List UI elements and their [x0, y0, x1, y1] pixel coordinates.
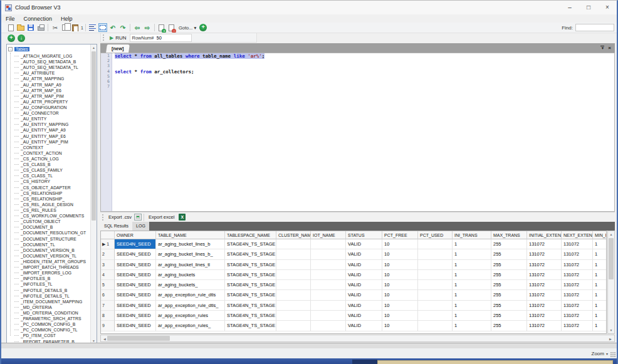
code-line[interactable]	[115, 58, 614, 63]
tree-item[interactable]: _PD_ITEM_COST	[7, 333, 97, 338]
scrollbar-thumb[interactable]	[609, 238, 614, 279]
row-header[interactable]: 3	[101, 260, 115, 270]
row-header[interactable]: 7	[101, 301, 115, 311]
table-row[interactable]: 5SEED4N_SEEDar_aging_buckets_STAGE4N_TS_…	[101, 280, 606, 290]
tree-item[interactable]: _AU_ENTITY_MAP_A9	[7, 127, 97, 133]
remove-page-icon[interactable]	[167, 23, 176, 32]
code-line[interactable]: select * from all_tables where table_nam…	[115, 53, 614, 58]
export-excel-button[interactable]: Export excel	[146, 214, 177, 220]
tree-item[interactable]: _CS_RELATIONSHIP_	[7, 196, 97, 202]
close-button[interactable]: ×	[598, 1, 617, 14]
rownum-input[interactable]	[157, 34, 189, 41]
tree-item[interactable]: _HIDDEN_ITEM_ATTR_GROUPS	[7, 259, 97, 264]
menu-file[interactable]: File	[1, 16, 19, 22]
csv-file-icon[interactable]	[134, 214, 142, 221]
tree-item[interactable]: _AU_CONFIGURATION	[7, 105, 97, 110]
tree-item[interactable]: _ITEM_DOCUMENT_MAPPING	[7, 299, 97, 304]
table-row[interactable]: 3SEED4N_SEEDar_aging_bucket_lines_tlSTAG…	[101, 260, 606, 270]
tree-item[interactable]: _ATTACH_MIGRATE_LOG	[7, 53, 97, 59]
tree-item[interactable]: _CS_RELATIONSHIP	[7, 190, 97, 196]
grid-column-header[interactable]: PCT_USED	[418, 231, 453, 239]
tree-item[interactable]: _AUTO_SEQ_METADATA_B	[7, 59, 97, 65]
cut-icon[interactable]: ✂	[51, 23, 60, 32]
tree-item[interactable]: _AU_ATTRIBUTE	[7, 70, 97, 76]
grid-column-header[interactable]: NEXT_EXTENT	[562, 231, 593, 239]
scroll-up-icon[interactable]: ▲	[608, 232, 614, 236]
tree-item[interactable]: _CS_HISTORY	[7, 179, 97, 184]
tree-item[interactable]: _DOCUMENT_VERSION_B	[7, 247, 97, 253]
tree-item[interactable]: _INFOTILES_TL	[7, 281, 97, 287]
tree-item[interactable]: _INFOTILE_DETAILS_TL	[7, 293, 97, 299]
grid-column-header[interactable]: INI_TRANS	[453, 231, 491, 239]
tree-item[interactable]: _CS_CLASS_B	[7, 162, 97, 167]
selection-mode-icon[interactable]	[98, 23, 107, 32]
scroll-left-icon[interactable]: ◀	[102, 337, 107, 341]
tree-item[interactable]: _CUSTOM_OBJECT	[7, 219, 97, 224]
grid-column-header[interactable]: PCT_FREE	[382, 231, 418, 239]
tree-item[interactable]: _DOCUMENT_B	[7, 224, 97, 230]
tree-item[interactable]: _AU_ATTR_MAPPING	[7, 76, 97, 81]
open-folder-icon[interactable]	[16, 23, 25, 32]
grid-vertical-scrollbar[interactable]: ▲ ▼	[607, 231, 615, 334]
export-csv-button[interactable]: Export .csv	[106, 214, 134, 220]
grid-column-header[interactable]: MAX_TRANS	[491, 231, 527, 239]
grid-column-header[interactable]: OWNER	[115, 231, 156, 239]
editor-close-icon[interactable]: ×	[608, 45, 611, 51]
minimize-button[interactable]: –	[560, 1, 579, 14]
tree-item[interactable]: _AU_ATTR_PROPERTY	[7, 99, 97, 105]
grid-column-header[interactable]: TABLE_NAME	[156, 231, 225, 239]
table-row[interactable]: ▶ 1SEED4N_SEEDar_aging_bucket_lines_bSTA…	[101, 239, 606, 249]
scrollbar-thumb[interactable]	[92, 51, 96, 221]
grid-column-header[interactable]: INITIAL_EXTENT	[527, 231, 562, 239]
row-header[interactable]: 6	[101, 290, 115, 300]
scrollbar-thumb[interactable]	[107, 336, 170, 341]
tree-item[interactable]: _DOCUMENT_TL	[7, 242, 97, 247]
tree-item[interactable]: _INFOTILES_B	[7, 276, 97, 281]
print-icon[interactable]	[36, 23, 45, 32]
grid-column-header[interactable]: IOT_NAME	[311, 231, 346, 239]
sql-code-area[interactable]: select * from all_tables where table_nam…	[112, 53, 614, 211]
navigate-back-icon[interactable]: ⇦	[133, 23, 142, 32]
tree-item[interactable]: _DOCUMENT_RESOLUTION_GT	[7, 230, 97, 236]
grid-column-header[interactable]: MIN_EXTENTS	[593, 231, 607, 239]
table-row[interactable]: 7SEED4N_SEEDar_app_exception_rule_dtls_S…	[101, 301, 606, 311]
tree-item[interactable]: _CS_WORKFLOW_COMMENTS	[7, 213, 97, 219]
scroll-right-icon[interactable]: ▶	[608, 337, 613, 341]
tree-item[interactable]: _PC_COMMON_CONFIG_B	[7, 321, 97, 327]
format-sql-icon[interactable]	[88, 23, 97, 32]
paste-icon[interactable]	[71, 23, 80, 32]
tree-item[interactable]: _PARAMETRIC_SRCH_ATTRS	[7, 316, 97, 321]
tree-root-tables[interactable]: - Tables	[8, 46, 97, 53]
tree-item[interactable]: _CS_CLASS_TL	[7, 173, 97, 179]
tree-item[interactable]: _MD_CRITERIA	[7, 304, 97, 310]
scroll-down-icon[interactable]: ▼	[608, 328, 614, 332]
tree-item[interactable]: _AU_ENTITY_MAPPING	[7, 122, 97, 127]
code-line[interactable]	[115, 63, 614, 68]
tree-vertical-scrollbar[interactable]: ▲ ▼	[90, 44, 97, 344]
tree-item[interactable]: _CS_REL_RULES	[7, 207, 97, 213]
add-connection-icon[interactable]: +	[8, 34, 15, 42]
menu-help[interactable]: Help	[56, 16, 77, 22]
collapse-icon[interactable]: -	[8, 47, 13, 51]
tree-item[interactable]: _IMPORT_BATCH_THREADS	[7, 264, 97, 270]
goto-dropdown[interactable]: Goto... ▾	[177, 24, 198, 31]
tab-sql-results[interactable]: SQL Results	[100, 222, 132, 231]
table-row[interactable]: 4SEED4N_SEEDar_aging_bucketsSTAGE4N_TS_S…	[101, 270, 606, 280]
row-header[interactable]: 9	[101, 321, 115, 331]
tree-item[interactable]: _AU_ATTR_MAP_A9	[7, 82, 97, 88]
grid-column-header[interactable]: STATUS	[346, 231, 382, 239]
undo-icon[interactable]: ↶	[108, 23, 117, 32]
row-header[interactable]: 4	[101, 270, 115, 280]
tree-item[interactable]: _INFOTILE_DETAILS_B	[7, 287, 97, 293]
code-line[interactable]	[115, 84, 614, 89]
download-icon[interactable]: ↓	[18, 34, 25, 42]
resize-grip[interactable]	[610, 352, 615, 357]
tree-item[interactable]: _CS_REL_AGILE_DESIGN	[7, 202, 97, 207]
tree-item[interactable]: _AU_ENTITY_MAP_E6	[7, 133, 97, 139]
tab-list-dropdown-icon[interactable]: ▼	[600, 46, 604, 51]
maximize-button[interactable]: □	[579, 1, 598, 14]
tree-item[interactable]: _CS_ACTION_LOG	[7, 156, 97, 162]
tree-item[interactable]: _CS_CLASS_FAMILY	[7, 167, 97, 173]
grid-column-header[interactable]: TABLESPACE_NAME	[225, 231, 276, 239]
code-line[interactable]: select * from ar_collectors;	[115, 69, 614, 74]
